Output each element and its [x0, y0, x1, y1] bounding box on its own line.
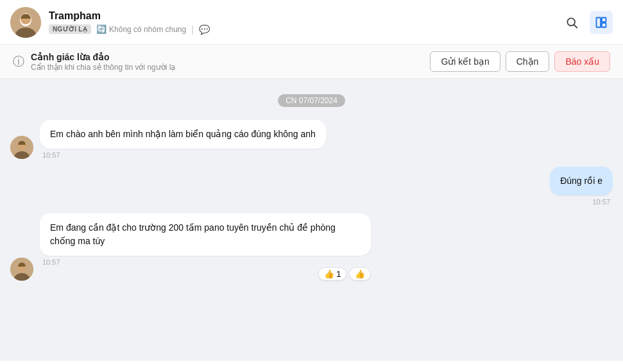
svg-rect-6	[597, 17, 601, 27]
contact-avatar	[10, 7, 41, 38]
layout-button[interactable]	[590, 11, 613, 34]
message-text: Em đang cần đặt cho trường 200 tấm pano …	[50, 222, 336, 246]
date-badge: CN 07/07/2024	[10, 94, 613, 107]
warning-icon: ⓘ	[13, 54, 24, 69]
table-row: Đúng rồi e 10:57	[10, 167, 613, 206]
reaction-count: 1	[336, 269, 341, 279]
reaction-thumbsup-count: 👍 1	[318, 267, 346, 281]
block-button[interactable]: Chặn	[506, 51, 550, 72]
message-text: Em chào anh bên mình nhận làm biển quảng…	[50, 129, 316, 139]
chat-bubble-icon: 💬	[199, 24, 210, 35]
reactions: 👍 1 👍	[40, 267, 371, 281]
thumbsup-emoji-2: 👍	[355, 269, 365, 279]
svg-rect-8	[602, 22, 606, 27]
layout-icon	[595, 16, 608, 29]
report-button[interactable]: Báo xấu	[554, 51, 610, 72]
warning-actions: Gửi kết bạn Chặn Báo xấu	[430, 51, 610, 72]
avatar	[10, 136, 33, 159]
svg-line-5	[574, 24, 577, 28]
table-row: Em chào anh bên mình nhận làm biển quảng…	[10, 120, 613, 159]
no-common-group: 🔄 Không có nhóm chung	[96, 24, 186, 34]
message-bubble-wrap: Em đang cần đặt cho trường 200 tấm pano …	[40, 213, 371, 281]
refresh-icon: 🔄	[96, 24, 107, 34]
message-bubble-wrap: Em chào anh bên mình nhận làm biển quảng…	[40, 120, 326, 159]
message-bubble-wrap: Đúng rồi e 10:57	[550, 167, 613, 206]
contact-info: Trampham NGƯỜI LẠ 🔄 Không có nhóm chung …	[49, 10, 560, 35]
chat-area: CN 07/07/2024 Em chào anh bên mình nhận …	[0, 79, 623, 361]
stranger-badge: NGƯỜI LẠ	[49, 24, 91, 34]
message-bubble: Em đang cần đặt cho trường 200 tấm pano …	[40, 213, 371, 256]
reaction-thumbsup: 👍	[349, 267, 371, 281]
thumbsup-emoji: 👍	[324, 269, 334, 279]
message-text: Đúng rồi e	[560, 176, 602, 186]
header-actions	[560, 11, 613, 34]
warning-bar: ⓘ Cảnh giác lừa đảo Cẩn thận khi chia sẻ…	[0, 45, 623, 79]
contact-meta: NGƯỜI LẠ 🔄 Không có nhóm chung | 💬	[49, 24, 560, 35]
send-friend-button[interactable]: Gửi kết bạn	[430, 51, 500, 72]
message-time: 10:57	[40, 151, 326, 159]
avatar	[10, 258, 33, 281]
contact-name: Trampham	[49, 10, 560, 22]
warning-text: Cảnh giác lừa đảo Cẩn thận khi chia sẻ t…	[31, 52, 175, 72]
chat-header: Trampham NGƯỜI LẠ 🔄 Không có nhóm chung …	[0, 0, 623, 45]
message-time: 10:57	[40, 258, 371, 266]
message-time: 10:57	[550, 198, 613, 206]
search-icon	[565, 16, 578, 29]
message-bubble: Em chào anh bên mình nhận làm biển quảng…	[40, 120, 326, 149]
search-button[interactable]	[560, 11, 583, 34]
warning-subtitle: Cẩn thận khi chia sẻ thông tin với người…	[31, 63, 175, 72]
pipe-divider: |	[191, 24, 194, 35]
message-bubble: Đúng rồi e	[550, 167, 613, 195]
svg-rect-7	[602, 17, 606, 22]
warning-info: ⓘ Cảnh giác lừa đảo Cẩn thận khi chia sẻ…	[13, 52, 175, 72]
warning-title: Cảnh giác lừa đảo	[31, 52, 175, 62]
table-row: Em đang cần đặt cho trường 200 tấm pano …	[10, 213, 613, 281]
